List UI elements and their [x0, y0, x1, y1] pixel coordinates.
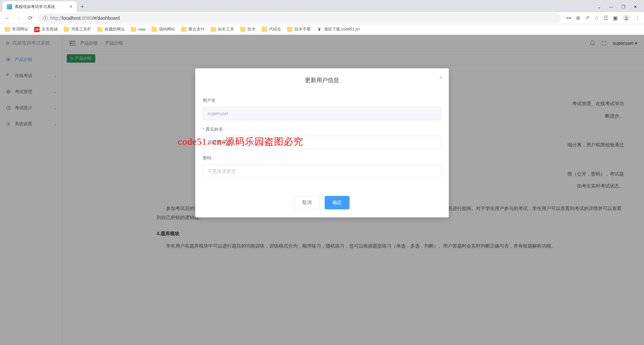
bookmark-label: new: [138, 27, 146, 32]
bookmark-label: 收藏的网址: [105, 26, 125, 32]
folder-icon: [262, 27, 267, 32]
back-icon[interactable]: ←: [4, 15, 11, 21]
svg-point-0: [626, 16, 627, 18]
close-window-icon[interactable]: ✕: [634, 4, 637, 9]
url-port: :8080: [80, 15, 92, 21]
new-tab-button[interactable]: +: [80, 3, 84, 10]
modal-overlay[interactable]: 更新用户信息 × 用户名 *真实姓名 密码 取消 确定: [0, 35, 644, 345]
bookmark-item[interactable]: 常用网址: [5, 26, 28, 32]
folder-icon: [287, 27, 292, 32]
bookmark-label: 京东商城: [42, 26, 58, 32]
tab-favicon: [7, 4, 12, 9]
bookmark-label: 技术: [248, 26, 256, 32]
extension-icon[interactable]: ▣: [613, 15, 618, 21]
jd-icon: JD: [34, 27, 40, 32]
browser-tab[interactable]: 高校培训考试学习系统 ×: [3, 1, 76, 12]
folder-icon: [5, 27, 10, 32]
bookmark-item[interactable]: 源码网站: [152, 26, 175, 32]
key-icon[interactable]: ⊶: [566, 15, 571, 21]
chevron-down-icon[interactable]: ⌄: [597, 4, 601, 9]
menu-icon[interactable]: ⋮: [635, 15, 640, 21]
bookmark-item[interactable]: 技术手册: [287, 26, 311, 32]
realname-input[interactable]: [203, 136, 441, 149]
password-label: 密码: [203, 155, 441, 161]
folder-icon: [97, 27, 103, 32]
modal-body: 用户名 *真实姓名 密码: [195, 88, 449, 191]
bookmark-item[interactable]: new: [131, 27, 146, 32]
folder-icon: [131, 27, 136, 32]
bookmark-label: 聚合支付: [189, 26, 205, 32]
modal-footer: 取消 确定: [195, 191, 449, 217]
folder-icon: [181, 27, 186, 32]
bookmark-item[interactable]: 收藏的网址: [97, 26, 125, 32]
url-host: localhost: [62, 15, 80, 21]
bookmark-item[interactable]: 站长工具: [211, 26, 234, 32]
folder-icon: [211, 27, 216, 32]
window-controls: ⌄ — ❐ ✕: [597, 4, 641, 9]
profile-avatar[interactable]: [623, 14, 630, 22]
bookmark-item[interactable]: 代码仓: [262, 26, 281, 32]
bookmark-item[interactable]: ¥项目下载:code51.cn: [317, 26, 360, 32]
star-icon[interactable]: ☆: [594, 15, 599, 21]
address-bar: ← → ⟳ i http://localhost:8080/#/dashboar…: [0, 12, 644, 24]
reading-list-icon[interactable]: ☲: [603, 15, 608, 21]
bookmark-bar: 常用网址JD京东商城书签工具栏收藏的网址new源码网站聚合支付站长工具技术代码仓…: [0, 24, 644, 35]
bookmark-label: 源码网站: [159, 26, 175, 32]
tab-bar: 高校培训考试学习系统 × + ⌄ — ❐ ✕: [0, 0, 644, 12]
bookmark-label: 代码仓: [269, 26, 281, 32]
browser-chrome: 高校培训考试学习系统 × + ⌄ — ❐ ✕ ← → ⟳ i http://lo…: [0, 0, 644, 35]
url-path: /#/dashboard: [92, 15, 120, 21]
bookmark-item[interactable]: 书签工具栏: [64, 26, 91, 32]
yen-icon: ¥: [317, 27, 322, 32]
modal-header: 更新用户信息 ×: [195, 68, 449, 88]
password-input[interactable]: [203, 164, 441, 178]
update-user-modal: 更新用户信息 × 用户名 *真实姓名 密码 取消 确定: [195, 68, 449, 217]
bookmark-item[interactable]: JD京东商城: [34, 26, 58, 32]
bookmark-label: 站长工具: [218, 26, 234, 32]
bookmark-label: 技术手册: [294, 26, 311, 32]
bookmark-item[interactable]: 技术: [240, 26, 256, 32]
bookmark-label: 项目下载:code51.cn: [324, 26, 360, 32]
tab-close-icon[interactable]: ×: [69, 4, 72, 10]
confirm-button[interactable]: 确定: [325, 196, 350, 209]
zoom-icon[interactable]: ⊕: [576, 15, 580, 21]
bookmark-label: 常用网址: [12, 26, 28, 32]
forward-icon[interactable]: →: [15, 15, 22, 21]
realname-label: *真实姓名: [203, 126, 441, 132]
folder-icon: [64, 27, 69, 32]
modal-title: 更新用户信息: [305, 77, 339, 83]
username-label: 用户名: [203, 97, 441, 104]
url-protocol: http://: [50, 15, 62, 21]
cancel-button[interactable]: 取消: [294, 196, 319, 209]
share-icon[interactable]: ↗: [585, 15, 589, 21]
bookmark-item[interactable]: 聚合支付: [181, 26, 205, 32]
minimize-icon[interactable]: —: [609, 4, 613, 9]
folder-icon: [152, 27, 157, 32]
close-icon[interactable]: ×: [439, 74, 443, 81]
tab-title: 高校培训考试学习系统: [15, 4, 55, 10]
site-info-icon[interactable]: i: [43, 16, 48, 20]
bookmark-label: 书签工具栏: [71, 26, 91, 32]
url-input[interactable]: i http://localhost:8080/#/dashboard: [38, 13, 561, 23]
folder-icon: [240, 27, 246, 32]
maximize-icon[interactable]: ❐: [622, 4, 626, 9]
username-input: [203, 107, 441, 120]
reload-icon[interactable]: ⟳: [27, 15, 34, 21]
